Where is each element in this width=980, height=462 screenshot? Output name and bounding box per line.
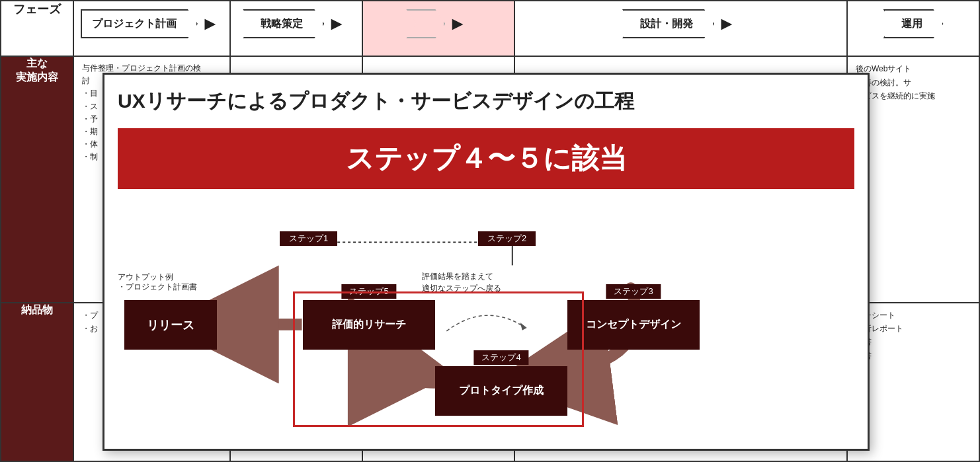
phase-column-header: フェーズ [1,1,73,56]
phase-operation-arrow: 運用 [883,9,944,38]
step3-label: ステップ3 [606,284,661,299]
feedback-text: 評価結果を踏まえて適切なステップへ戻る [422,270,501,294]
main-label-text: 主な 実施内容 [16,58,58,83]
arrow-icon-3: ► [448,13,467,34]
deliverable-label-text: 納品物 [21,304,53,315]
arrow-icon-4: ► [717,13,736,34]
phase-label: フェーズ [13,3,61,16]
arrow-icon-1: ► [201,13,220,34]
arrow-icon-2: ► [327,13,346,34]
modal-title: UXリサーチによるプロダクト・サービスデザインの工程 [118,88,854,115]
step2-top-label: ステップ2 [478,231,536,246]
main-right-text: 後のWebサイト改善の検討。サービスを継続的に実施 [856,62,971,102]
selection-highlight-box [293,291,584,427]
step-banner: ステップ４〜５に該当 [118,128,854,189]
phase-design-cell: 設計・開発 ► [514,1,847,56]
phase-research-cell: ► [362,1,514,56]
phase-strategy-cell: 戦略策定 ► [230,1,362,56]
phase-research-arrow [406,9,445,38]
modal-dialog: UXリサーチによるプロダクト・サービスデザインの工程 ステップ４〜５に該当 [102,73,870,451]
step3-box: ステップ3 コンセプトデザイン [567,300,700,350]
release-box: リリース [124,300,217,350]
step1-top-label: ステップ1 [280,231,337,246]
phase-project-arrow: プロジェクト計画 [81,9,198,38]
diagram-area: ステップ1 ステップ2 アウトプット例 ・プロジェクト計画書 リリース ステップ… [118,202,854,427]
deliverable-right-text: ッチシート 解析レポート 実書 告書 [856,309,971,363]
output-text: ・プロジェクト計画書 [118,282,197,293]
phase-design-arrow: 設計・開発 [622,9,714,38]
phase-strategy-arrow: 戦略策定 [243,9,324,38]
phase-operation-cell: 運用 [847,1,979,56]
main-content-row-label: 主な 実施内容 [1,56,73,303]
phase-project-cell: プロジェクト計画 ► [73,1,230,56]
deliverable-row-label: 納品物 [1,303,73,461]
